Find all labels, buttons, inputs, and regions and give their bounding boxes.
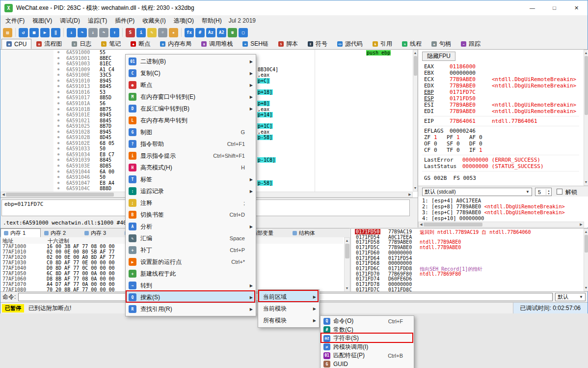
- register-row[interactable]: EDI77B9ABE0<ntdll.DbgUiRemoteBreakin>: [424, 108, 579, 114]
- script-icon[interactable]: S: [126, 28, 135, 37]
- menubar-item-3[interactable]: 追踪(T): [84, 15, 111, 27]
- tab-script[interactable]: S脚本: [273, 39, 303, 49]
- menu-item-find-references[interactable]: R查找引用(R)▶: [126, 303, 256, 315]
- tab-notes[interactable]: ✎笔记: [96, 39, 126, 49]
- menubar-item-2[interactable]: 调试(D): [56, 15, 84, 27]
- stack-row[interactable]: 0171FD7077B69F80ntdll.77B69F80: [351, 271, 588, 277]
- screen-icon[interactable]: ▢: [239, 28, 248, 37]
- tab-trace[interactable]: →跟踪: [456, 39, 485, 49]
- stack-row[interactable]: 0171FD5C77B9ABE0ntdll.77B9ABE0: [351, 245, 588, 250]
- menubar-item-5[interactable]: 收藏夹(I): [138, 15, 169, 27]
- register-row[interactable]: EBX00000000: [424, 70, 579, 76]
- menubar-item-0[interactable]: 文件(F): [1, 15, 28, 27]
- notes-icon[interactable]: ✎: [147, 28, 157, 37]
- stepper-arrows-icon[interactable]: ▲▼: [546, 189, 551, 195]
- menu-item-binary[interactable]: 01二进制(B)▶: [126, 56, 256, 67]
- menu-item-trace-record[interactable]: :追踪记录▶: [126, 185, 256, 197]
- menu-item-copy[interactable]: C复制(C)▶: [126, 67, 256, 79]
- menu-item-instruction-help[interactable]: ?指令帮助Ctrl+F1: [126, 138, 256, 150]
- menu-item-comment[interactable]: ;注释;: [126, 197, 256, 209]
- operand-fragment[interactable]: 8B30C4]: [257, 67, 279, 72]
- az-icon[interactable]: Az: [206, 28, 215, 37]
- menu-item-analysis[interactable]: A分析▶: [126, 221, 256, 232]
- menu-item-highlighting-mode[interactable]: H高亮模式(H)H: [126, 162, 256, 173]
- operand-fragment[interactable]: p+C]: [257, 78, 270, 84]
- trace-into-icon[interactable]: ↓: [88, 28, 98, 37]
- tab-breakpoints[interactable]: ●断点: [126, 39, 155, 49]
- menu-item-search-pattern[interactable]: 01匹配特征(P)Ctrl+B: [321, 351, 414, 360]
- operand-fragment[interactable]: p+18]: [257, 89, 273, 95]
- eflags-row[interactable]: EFLAGS00000246: [424, 128, 579, 134]
- register-row[interactable]: ESI77B9ABE0<ntdll.DbgUiRemoteBreakin>: [424, 102, 579, 108]
- menubar-item-4[interactable]: 插件(P): [111, 15, 138, 27]
- step-into-icon[interactable]: ↓: [67, 28, 76, 37]
- argument-count-stepper[interactable]: 5 ▲▼: [535, 188, 552, 196]
- register-row[interactable]: ESP0171FD50: [424, 95, 579, 102]
- settings-icon[interactable]: ☼: [158, 28, 167, 37]
- argument-row[interactable]: 4: [esp+10] 00000000: [422, 215, 584, 221]
- menu-item-search-strings[interactable]: az字符串(S): [321, 334, 414, 343]
- stack-row[interactable]: 0171FD5077B9AC19返回到 ntdll.77B9AC19 自 ntd…: [351, 229, 588, 234]
- operand-fragment[interactable]: ,eax: [257, 129, 270, 135]
- open-file-icon[interactable]: ▤: [3, 28, 12, 37]
- menu-item-breakpoint[interactable]: ●断点▶: [126, 79, 256, 91]
- dump-scrollbar[interactable]: ▲ ▼: [344, 237, 350, 292]
- tab-symbols[interactable]: Σ符号: [303, 39, 332, 49]
- dump-tab-2[interactable]: 内存 2: [41, 228, 81, 237]
- register-row[interactable]: EDX77B9ABE0<ntdll.DbgUiRemoteBreakin>: [424, 83, 579, 89]
- instruction-chip[interactable]: push ebp: [366, 50, 391, 56]
- run-to-return-icon[interactable]: ↑: [110, 28, 119, 37]
- menu-item-show-mnemonic-brief[interactable]: i显示指令提示Ctrl+Shift+F1: [126, 150, 256, 162]
- arguments-scrollbar[interactable]: ◀ ▶: [418, 222, 584, 227]
- dump-tab-3[interactable]: 内存 3: [81, 228, 121, 237]
- tab-references[interactable]: &引用: [368, 39, 397, 49]
- argument-row[interactable]: 3: [esp+C] 77B9ABE0 <ntdll.DbgUiRemoteBr…: [422, 209, 584, 215]
- menu-item-follow-in-memory-map[interactable]: L在内存布局中转到: [126, 114, 256, 126]
- argument-row[interactable]: 2: [esp+8] 77B9ABE0 <ntdll.DbgUiRemoteBr…: [422, 203, 584, 209]
- calling-convention-select[interactable]: 默认 (stdcall) ▼: [422, 188, 532, 196]
- flags-row[interactable]: OF 0SF 0DF 0: [424, 141, 579, 147]
- tab-memory-map[interactable]: ▤内存布局: [155, 39, 196, 49]
- tab-log[interactable]: ≡日志: [67, 39, 96, 49]
- restart-icon[interactable]: ↺: [19, 28, 28, 37]
- stack-row[interactable]: 0171FD6800000000: [351, 260, 588, 266]
- operand-fragment[interactable]: p+14]: [257, 112, 273, 117]
- stack-scrollbar[interactable]: ▲ ▼: [584, 228, 588, 291]
- run-icon[interactable]: ▶: [40, 28, 50, 37]
- register-row[interactable]: EIP77B64061ntdll.77B64061: [424, 118, 579, 124]
- tab-seh[interactable]: ∞SEH链: [238, 39, 273, 49]
- menu-item-all-modules[interactable]: 所有模块▶: [258, 314, 319, 326]
- command-profile-select[interactable]: 默认 ▼: [555, 293, 586, 301]
- flags-row[interactable]: CF 0TF 0IF 1: [424, 147, 579, 153]
- operand-fragment[interactable]: p-58]: [257, 135, 273, 140]
- menu-item-current-region[interactable]: 当前区域▶: [258, 291, 319, 303]
- operand-fragment[interactable]: p-1C8]: [257, 157, 276, 163]
- register-row[interactable]: EAX01186000: [424, 63, 579, 70]
- menu-item-search-for[interactable]: Q搜索(S)▶: [126, 291, 256, 303]
- menu-item-goto[interactable]: →转到▶: [126, 280, 256, 291]
- register-row[interactable]: ECX77B9ABE0<ntdll.DbgUiRemoteBreakin>: [424, 76, 579, 83]
- hide-fpu-button[interactable]: 隐藏FPU: [422, 52, 455, 61]
- menubar-item-6[interactable]: 选项(O): [170, 15, 198, 27]
- stack-row[interactable]: 0171FD5877B9ABE0ntdll.77B9ABE0: [351, 239, 588, 245]
- menu-item-current-module[interactable]: 当前模块▶: [258, 303, 319, 314]
- stack-row[interactable]: 0171FD6000000000: [351, 250, 588, 255]
- arguments-view[interactable]: 1: [esp+4] A0C17EEA2: [esp+8] 77B9ABE0 <…: [418, 197, 584, 222]
- maximize-button[interactable]: □: [543, 0, 565, 15]
- minimize-button[interactable]: —: [521, 0, 543, 15]
- a2-icon[interactable]: A2: [217, 28, 226, 37]
- stack-row[interactable]: 0171FD6C0171FDD8指向SEH_Record[1]的指针: [351, 266, 588, 271]
- pause-icon[interactable]: ‖: [51, 28, 60, 37]
- phone-icon[interactable]: ☎: [228, 28, 237, 37]
- registers-pane[interactable]: 隐藏FPU EAX01186000EBX00000000ECX77B9ABE0<…: [418, 50, 588, 227]
- menu-item-follow-in-dump[interactable]: M在内存窗口中转到(E)▶: [126, 91, 256, 103]
- menu-item-follow-in-disassembler[interactable]: D在反汇编中转到(B)▶: [126, 103, 256, 114]
- menu-item-assemble[interactable]: ✎汇编Space: [126, 232, 256, 244]
- tab-cpu[interactable]: ▦CPU: [1, 39, 31, 49]
- stack-row[interactable]: 0171FD640171FD54: [351, 255, 588, 261]
- menu-item-set-new-origin[interactable]: ▶设置新的运行点Ctrl+*: [126, 256, 256, 268]
- menu-item-search-constant[interactable]: #常数(C): [321, 326, 414, 335]
- stop-icon[interactable]: ■: [29, 28, 39, 37]
- step-over-icon[interactable]: ↷: [78, 28, 87, 37]
- operand-fragment[interactable]: p+8]: [257, 101, 270, 106]
